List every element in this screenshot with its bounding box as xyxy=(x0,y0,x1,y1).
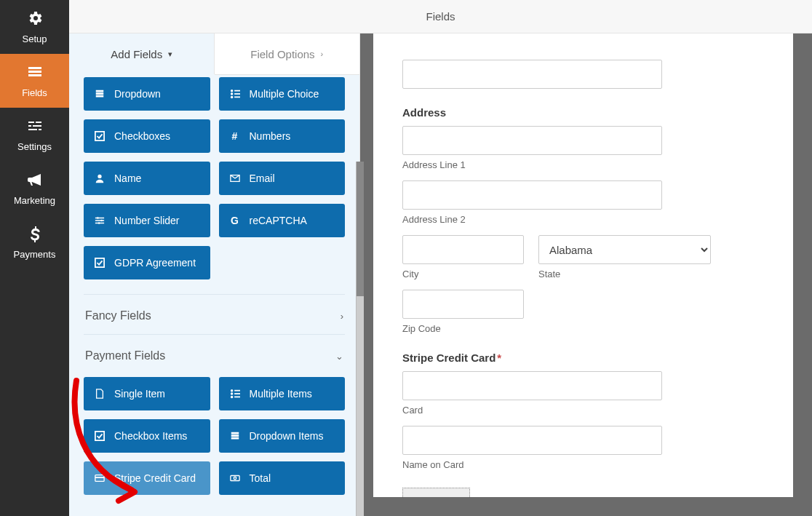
mail-icon xyxy=(229,172,241,184)
required-asterisk: * xyxy=(497,352,501,364)
field-label: Numbers xyxy=(250,130,291,142)
section-title: Payment Fields xyxy=(85,349,165,362)
field-label: Name xyxy=(114,172,141,184)
address-line1-input[interactable] xyxy=(402,126,662,155)
field-label: Multiple Items xyxy=(250,388,312,400)
field-number-slider[interactable]: Number Slider xyxy=(84,204,210,237)
sublabel: City xyxy=(402,269,524,279)
svg-rect-13 xyxy=(234,393,240,394)
field-email[interactable]: Email xyxy=(219,162,346,195)
section-title: Fancy Fields xyxy=(85,309,151,322)
bullets-icon xyxy=(229,88,241,100)
field-dropdown[interactable]: Dropdown xyxy=(84,77,210,111)
field-gdpr-agreement[interactable]: GDPR Agreement xyxy=(84,246,210,279)
svg-rect-17 xyxy=(95,477,104,478)
sidebar-item-marketing[interactable]: Marketing xyxy=(0,162,69,215)
field-single-item[interactable]: Single Item xyxy=(84,377,210,410)
field-total[interactable]: Total xyxy=(219,461,346,495)
google-g-icon: G xyxy=(229,215,241,226)
user-icon xyxy=(94,172,106,184)
chevron-down-icon: ⌄ xyxy=(335,351,343,362)
zip-input[interactable] xyxy=(402,290,524,319)
sliders-icon xyxy=(26,117,44,137)
sidebar-item-label: Fields xyxy=(22,87,47,98)
sublabel: Address Line 1 xyxy=(402,159,764,170)
sublabel: State xyxy=(538,269,711,279)
address-line2-input[interactable] xyxy=(402,180,662,210)
state-select[interactable]: Alabama xyxy=(538,235,711,264)
section-payment-fields[interactable]: Payment Fields ⌄ xyxy=(84,334,345,374)
svg-point-6 xyxy=(97,175,101,178)
sidebar-item-label: Marketing xyxy=(14,195,55,206)
field-stripe-credit-card[interactable]: Stripe Credit Card xyxy=(84,461,210,495)
field-checkbox-items[interactable]: Checkbox Items xyxy=(84,419,210,453)
standard-fields-grid: Dropdown Multiple Choice Checkboxes # Nu… xyxy=(84,74,345,294)
sublabel: Name on Card xyxy=(402,459,764,470)
sidebar: Setup Fields Settings Marketing Payments xyxy=(0,0,69,516)
money-icon xyxy=(229,472,241,484)
field-recaptcha[interactable]: G reCAPTCHA xyxy=(219,204,346,237)
sidebar-item-payments[interactable]: Payments xyxy=(0,215,69,269)
field-label: Total xyxy=(250,472,271,484)
card-input[interactable] xyxy=(402,371,662,400)
chevron-down-icon: ▾ xyxy=(168,49,172,59)
field-label: Checkbox Items xyxy=(114,430,187,442)
field-name[interactable]: Name xyxy=(84,162,210,195)
scrollbar[interactable] xyxy=(356,162,364,516)
sublabel: Zip Code xyxy=(402,323,524,334)
svg-rect-11 xyxy=(234,390,240,392)
svg-point-14 xyxy=(230,396,233,399)
builder-panel: Add Fields ▾ Field Options › Dropdown xyxy=(69,33,360,516)
svg-rect-18 xyxy=(230,476,239,481)
name-on-card-input[interactable] xyxy=(402,426,662,455)
field-label: Email xyxy=(250,172,275,184)
field-label: Dropdown Items xyxy=(250,430,324,442)
sidebar-item-label: Setup xyxy=(23,33,47,44)
form-icon xyxy=(26,63,44,83)
field-label: Stripe Credit Card* xyxy=(402,352,764,364)
form-field-generic xyxy=(402,60,764,89)
field-numbers[interactable]: # Numbers xyxy=(219,119,346,153)
section-fancy-fields[interactable]: Fancy Fields › xyxy=(84,294,345,334)
field-multiple-choice[interactable]: Multiple Choice xyxy=(219,77,346,111)
tab-label: Add Fields xyxy=(111,48,162,60)
field-label: Checkboxes xyxy=(114,130,170,142)
svg-point-8 xyxy=(100,220,103,222)
svg-point-12 xyxy=(230,392,233,395)
svg-rect-3 xyxy=(234,93,240,95)
tab-field-options[interactable]: Field Options › xyxy=(215,33,360,74)
chevron-right-icon: › xyxy=(341,311,343,322)
svg-point-7 xyxy=(97,217,99,219)
dollar-icon xyxy=(26,225,44,245)
sublabel: Address Line 2 xyxy=(402,214,764,225)
sublabel: Card xyxy=(402,405,764,416)
city-input[interactable] xyxy=(402,235,524,264)
form-field-stripe: Stripe Credit Card* Card Name on Card xyxy=(402,352,764,470)
bullhorn-icon xyxy=(26,171,44,191)
field-label: GDPR Agreement xyxy=(114,257,196,269)
field-multiple-items[interactable]: Multiple Items xyxy=(219,377,346,410)
tab-label: Field Options xyxy=(250,48,314,60)
preview-frame: Address Address Line 1 Address Line 2 Ci… xyxy=(360,33,812,516)
sidebar-item-fields[interactable]: Fields xyxy=(0,54,69,108)
field-checkboxes[interactable]: Checkboxes xyxy=(84,119,210,153)
svg-point-4 xyxy=(230,96,233,99)
field-label: Number Slider xyxy=(114,215,179,226)
page-header: Fields xyxy=(69,0,812,33)
sidebar-item-settings[interactable]: Settings xyxy=(0,108,69,162)
text-input[interactable] xyxy=(402,60,662,89)
submit-label: Submit xyxy=(419,496,453,497)
sliders-icon xyxy=(94,215,106,226)
bullets-icon xyxy=(229,388,241,400)
form-preview: Address Address Line 1 Address Line 2 Ci… xyxy=(373,33,793,497)
sidebar-item-setup[interactable]: Setup xyxy=(0,0,69,54)
sidebar-item-label: Payments xyxy=(14,249,56,260)
field-dropdown-items[interactable]: Dropdown Items xyxy=(219,419,346,453)
field-label: Single Item xyxy=(114,388,165,400)
page-title: Fields xyxy=(426,10,455,23)
svg-rect-15 xyxy=(234,397,240,398)
check-icon xyxy=(94,130,106,142)
submit-button[interactable]: Submit xyxy=(402,488,470,497)
gear-icon xyxy=(26,9,44,29)
tab-add-fields[interactable]: Add Fields ▾ xyxy=(69,33,215,74)
